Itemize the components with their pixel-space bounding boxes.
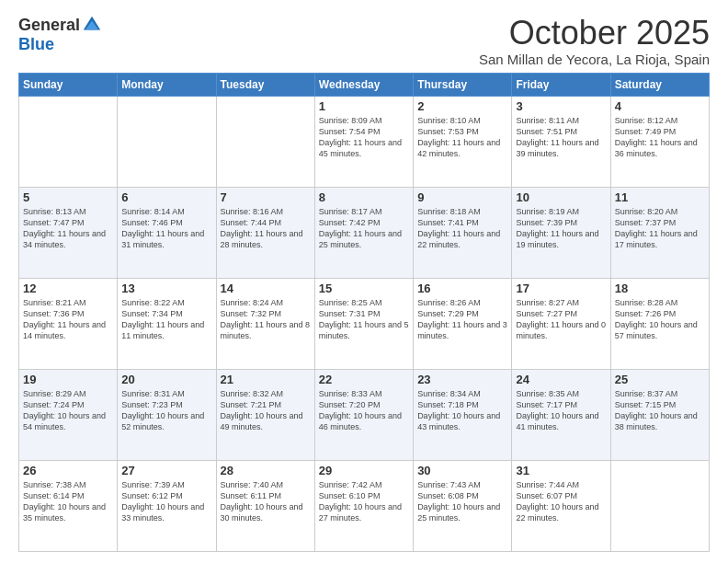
day-info: Sunrise: 8:19 AMSunset: 7:39 PMDaylight:… — [516, 207, 598, 249]
day-number: 4 — [615, 99, 705, 113]
day-cell-3-2: 13 Sunrise: 8:22 AMSunset: 7:34 PMDaylig… — [118, 278, 216, 369]
day-number: 16 — [417, 282, 507, 295]
day-cell-1-5: 2 Sunrise: 8:10 AMSunset: 7:53 PMDayligh… — [414, 96, 512, 187]
day-number: 31 — [516, 464, 606, 477]
header-wednesday: Wednesday — [314, 73, 413, 96]
logo-icon — [82, 15, 102, 35]
day-info: Sunrise: 8:12 AMSunset: 7:49 PMDaylight:… — [615, 116, 698, 158]
day-number: 7 — [221, 190, 311, 204]
day-number: 9 — [417, 190, 507, 204]
day-cell-4-1: 19 Sunrise: 8:29 AMSunset: 7:24 PMDaylig… — [19, 369, 118, 460]
day-info: Sunrise: 7:42 AMSunset: 6:10 PMDaylight:… — [319, 480, 402, 523]
day-info: Sunrise: 8:10 AMSunset: 7:53 PMDaylight:… — [417, 116, 500, 158]
day-info: Sunrise: 8:18 AMSunset: 7:41 PMDaylight:… — [417, 207, 500, 249]
logo-general-text: General — [18, 16, 80, 35]
day-info: Sunrise: 8:24 AMSunset: 7:32 PMDaylight:… — [221, 298, 311, 340]
day-info: Sunrise: 8:25 AMSunset: 7:31 PMDaylight:… — [319, 298, 409, 340]
header-thursday: Thursday — [414, 73, 512, 96]
day-cell-3-6: 17 Sunrise: 8:27 AMSunset: 7:27 PMDaylig… — [512, 278, 610, 369]
day-info: Sunrise: 8:35 AMSunset: 7:17 PMDaylight:… — [516, 389, 598, 431]
day-number: 1 — [319, 99, 409, 113]
day-number: 28 — [221, 464, 311, 477]
day-number: 5 — [23, 190, 113, 204]
day-cell-5-2: 27 Sunrise: 7:39 AMSunset: 6:12 PMDaylig… — [118, 460, 216, 551]
day-cell-4-2: 20 Sunrise: 8:31 AMSunset: 7:23 PMDaylig… — [118, 369, 216, 460]
day-cell-3-4: 15 Sunrise: 8:25 AMSunset: 7:31 PMDaylig… — [314, 278, 413, 369]
logo-text: General — [18, 15, 102, 35]
day-number: 13 — [121, 282, 211, 295]
day-number: 12 — [23, 282, 113, 295]
day-cell-3-1: 12 Sunrise: 8:21 AMSunset: 7:36 PMDaylig… — [19, 278, 118, 369]
header: General Blue October 2025 San Millan de … — [18, 15, 710, 67]
day-info: Sunrise: 8:33 AMSunset: 7:20 PMDaylight:… — [319, 389, 402, 431]
logo-blue-text: Blue — [18, 35, 54, 54]
day-number: 18 — [615, 282, 705, 295]
day-cell-4-4: 22 Sunrise: 8:33 AMSunset: 7:20 PMDaylig… — [314, 369, 413, 460]
day-cell-2-5: 9 Sunrise: 8:18 AMSunset: 7:41 PMDayligh… — [414, 187, 512, 278]
day-info: Sunrise: 8:31 AMSunset: 7:23 PMDaylight:… — [121, 389, 204, 431]
day-number: 21 — [221, 373, 311, 386]
header-sunday: Sunday — [19, 73, 118, 96]
day-number: 19 — [23, 373, 113, 386]
day-info: Sunrise: 8:21 AMSunset: 7:36 PMDaylight:… — [23, 298, 106, 340]
week-row-2: 5 Sunrise: 8:13 AMSunset: 7:47 PMDayligh… — [19, 187, 710, 278]
day-cell-2-6: 10 Sunrise: 8:19 AMSunset: 7:39 PMDaylig… — [512, 187, 610, 278]
day-cell-3-3: 14 Sunrise: 8:24 AMSunset: 7:32 PMDaylig… — [216, 278, 314, 369]
day-cell-1-1 — [19, 96, 118, 187]
header-monday: Monday — [118, 73, 216, 96]
header-saturday: Saturday — [610, 73, 709, 96]
day-info: Sunrise: 8:28 AMSunset: 7:26 PMDaylight:… — [615, 298, 698, 340]
day-info: Sunrise: 8:17 AMSunset: 7:42 PMDaylight:… — [319, 207, 402, 249]
day-info: Sunrise: 8:32 AMSunset: 7:21 PMDaylight:… — [221, 389, 303, 431]
calendar-page: General Blue October 2025 San Millan de … — [0, 0, 728, 563]
day-number: 6 — [121, 190, 211, 204]
week-row-1: 1 Sunrise: 8:09 AMSunset: 7:54 PMDayligh… — [19, 96, 710, 187]
day-info: Sunrise: 8:09 AMSunset: 7:54 PMDaylight:… — [319, 116, 402, 158]
day-number: 22 — [319, 373, 409, 386]
day-number: 8 — [319, 190, 409, 204]
week-row-3: 12 Sunrise: 8:21 AMSunset: 7:36 PMDaylig… — [19, 278, 710, 369]
day-cell-1-4: 1 Sunrise: 8:09 AMSunset: 7:54 PMDayligh… — [314, 96, 413, 187]
day-cell-2-7: 11 Sunrise: 8:20 AMSunset: 7:37 PMDaylig… — [610, 187, 709, 278]
day-cell-4-7: 25 Sunrise: 8:37 AMSunset: 7:15 PMDaylig… — [610, 369, 709, 460]
day-info: Sunrise: 8:27 AMSunset: 7:27 PMDaylight:… — [516, 298, 606, 340]
day-number: 11 — [615, 190, 705, 204]
day-info: Sunrise: 8:11 AMSunset: 7:51 PMDaylight:… — [516, 116, 598, 158]
day-cell-4-6: 24 Sunrise: 8:35 AMSunset: 7:17 PMDaylig… — [512, 369, 610, 460]
day-info: Sunrise: 8:29 AMSunset: 7:24 PMDaylight:… — [23, 389, 106, 431]
day-info: Sunrise: 8:13 AMSunset: 7:47 PMDaylight:… — [23, 207, 106, 249]
week-row-5: 26 Sunrise: 7:38 AMSunset: 6:14 PMDaylig… — [19, 460, 710, 551]
day-info: Sunrise: 7:38 AMSunset: 6:14 PMDaylight:… — [23, 480, 106, 523]
subtitle: San Millan de Yecora, La Rioja, Spain — [479, 52, 710, 67]
day-cell-5-1: 26 Sunrise: 7:38 AMSunset: 6:14 PMDaylig… — [19, 460, 118, 551]
day-info: Sunrise: 8:14 AMSunset: 7:46 PMDaylight:… — [121, 207, 204, 249]
day-info: Sunrise: 8:20 AMSunset: 7:37 PMDaylight:… — [615, 207, 698, 249]
day-info: Sunrise: 7:39 AMSunset: 6:12 PMDaylight:… — [121, 480, 204, 523]
day-info: Sunrise: 7:40 AMSunset: 6:11 PMDaylight:… — [221, 480, 303, 523]
header-friday: Friday — [512, 73, 610, 96]
day-info: Sunrise: 8:34 AMSunset: 7:18 PMDaylight:… — [417, 389, 500, 431]
day-info: Sunrise: 8:16 AMSunset: 7:44 PMDaylight:… — [221, 207, 303, 249]
day-cell-5-4: 29 Sunrise: 7:42 AMSunset: 6:10 PMDaylig… — [314, 460, 413, 551]
day-cell-5-6: 31 Sunrise: 7:44 AMSunset: 6:07 PMDaylig… — [512, 460, 610, 551]
day-number: 14 — [221, 282, 311, 295]
day-cell-2-1: 5 Sunrise: 8:13 AMSunset: 7:47 PMDayligh… — [19, 187, 118, 278]
weekday-header-row: Sunday Monday Tuesday Wednesday Thursday… — [19, 73, 710, 96]
day-cell-5-7 — [610, 460, 709, 551]
day-cell-2-4: 8 Sunrise: 8:17 AMSunset: 7:42 PMDayligh… — [314, 187, 413, 278]
day-number: 2 — [417, 99, 507, 113]
day-number: 3 — [516, 99, 606, 113]
day-number: 10 — [516, 190, 606, 204]
calendar-table: Sunday Monday Tuesday Wednesday Thursday… — [18, 73, 710, 552]
day-number: 30 — [417, 464, 507, 477]
day-number: 23 — [417, 373, 507, 386]
day-info: Sunrise: 8:26 AMSunset: 7:29 PMDaylight:… — [417, 298, 507, 340]
day-cell-1-7: 4 Sunrise: 8:12 AMSunset: 7:49 PMDayligh… — [610, 96, 709, 187]
day-number: 27 — [121, 464, 211, 477]
header-tuesday: Tuesday — [216, 73, 314, 96]
day-cell-3-7: 18 Sunrise: 8:28 AMSunset: 7:26 PMDaylig… — [610, 278, 709, 369]
day-info: Sunrise: 8:37 AMSunset: 7:15 PMDaylight:… — [615, 389, 698, 431]
day-cell-1-2 — [118, 96, 216, 187]
day-info: Sunrise: 7:44 AMSunset: 6:07 PMDaylight:… — [516, 480, 598, 523]
day-number: 25 — [615, 373, 705, 386]
